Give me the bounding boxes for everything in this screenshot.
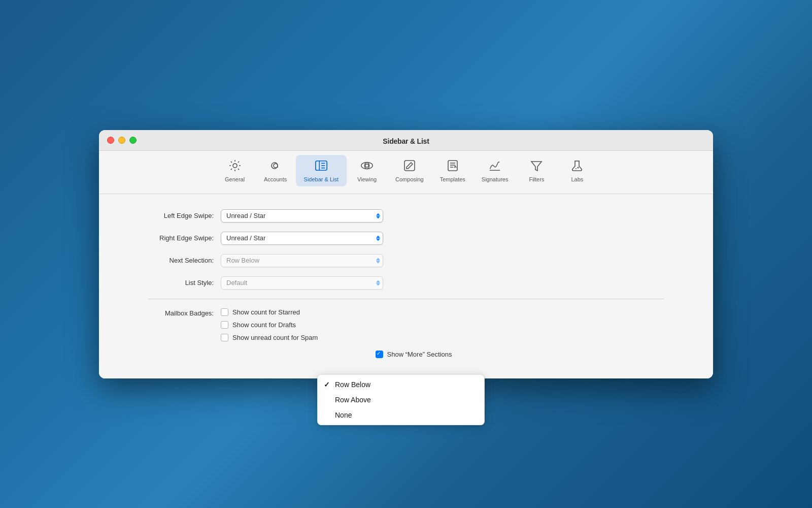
list-style-label: List Style:: [119, 279, 221, 287]
tab-signatures[interactable]: Signatures: [473, 155, 517, 186]
next-selection-label: Next Selection:: [119, 257, 221, 264]
show-unread-spam-row: Show unread count for Spam: [221, 334, 318, 341]
show-more-sections-row: Show “More” Sections: [119, 351, 693, 358]
tab-sidebar-list[interactable]: Sidebar & List: [296, 155, 347, 186]
svg-rect-10: [404, 161, 415, 171]
left-edge-swipe-select[interactable]: Unread / Star: [221, 209, 383, 223]
next-selection-dropdown: ✓ Row Below Row Above None: [317, 374, 485, 425]
tab-signatures-label: Signatures: [482, 176, 509, 182]
show-unread-spam-label: Show unread count for Spam: [232, 334, 318, 341]
right-edge-swipe-select[interactable]: Unread / Star: [221, 232, 383, 245]
svg-point-7: [361, 162, 373, 169]
left-edge-swipe-label: Left Edge Swipe:: [119, 212, 221, 219]
tab-sidebar-list-label: Sidebar & List: [304, 176, 339, 182]
signatures-icon: [488, 159, 501, 174]
svg-point-8: [365, 164, 369, 167]
next-selection-select[interactable]: Row Below: [221, 254, 383, 267]
window-title: Sidebar & List: [383, 137, 429, 145]
show-more-sections-label: Show “More” Sections: [387, 351, 452, 358]
right-edge-swipe-row: Right Edge Swipe: Unread / Star: [119, 232, 693, 245]
tab-templates-label: Templates: [440, 176, 465, 182]
mailbox-badges-label: Mailbox Badges:: [119, 308, 221, 317]
list-style-select-wrapper: Default: [221, 276, 383, 290]
tab-general-label: General: [225, 176, 245, 182]
close-button[interactable]: [107, 137, 114, 144]
next-selection-select-wrapper: Row Below: [221, 254, 383, 267]
left-edge-swipe-select-wrapper: Unread / Star: [221, 209, 383, 223]
mailbox-badges-row: Mailbox Badges: Show count for Starred S…: [119, 308, 693, 341]
badges-checks: Show count for Starred Show count for Dr…: [221, 308, 318, 341]
dropdown-item-row-below[interactable]: ✓ Row Below: [318, 377, 484, 392]
tab-viewing-label: Viewing: [357, 176, 377, 182]
svg-point-18: [576, 168, 577, 169]
dropdown-item-none[interactable]: None: [318, 407, 484, 423]
left-edge-swipe-row: Left Edge Swipe: Unread / Star: [119, 209, 693, 223]
right-edge-swipe-label: Right Edge Swipe:: [119, 234, 221, 242]
maximize-button[interactable]: [129, 137, 137, 144]
show-count-drafts-row: Show count for Drafts: [221, 321, 318, 329]
labs-icon: [570, 159, 584, 174]
show-count-starred-row: Show count for Starred: [221, 308, 318, 316]
main-window: Sidebar & List General Accounts: [99, 130, 713, 378]
divider: [148, 299, 664, 299]
svg-point-17: [578, 167, 579, 168]
show-count-starred-checkbox[interactable]: [221, 308, 228, 316]
checkmark-icon: ✓: [324, 380, 330, 389]
tab-templates[interactable]: Templates: [432, 155, 473, 186]
tab-filters-label: Filters: [529, 176, 544, 182]
next-selection-row: Next Selection: Row Below: [119, 254, 693, 267]
svg-rect-11: [448, 161, 457, 171]
toolbar: General Accounts: [99, 151, 713, 194]
tab-labs-label: Labs: [571, 176, 583, 182]
show-count-drafts-checkbox[interactable]: [221, 321, 228, 329]
list-style-row: List Style: Default: [119, 276, 693, 290]
viewing-icon: [360, 159, 374, 174]
right-edge-swipe-select-wrapper: Unread / Star: [221, 232, 383, 245]
templates-icon: [446, 159, 459, 174]
tab-labs[interactable]: Labs: [557, 155, 597, 186]
content-area: Left Edge Swipe: Unread / Star Right Edg…: [99, 194, 713, 378]
show-unread-spam-checkbox[interactable]: [221, 334, 228, 341]
traffic-lights: [107, 137, 137, 144]
tab-viewing[interactable]: Viewing: [347, 155, 387, 186]
tab-composing[interactable]: Composing: [387, 155, 432, 186]
tab-general[interactable]: General: [215, 155, 255, 186]
tab-accounts[interactable]: Accounts: [255, 155, 296, 186]
tab-composing-label: Composing: [395, 176, 424, 182]
dropdown-item-row-above[interactable]: Row Above: [318, 392, 484, 407]
at-icon: [269, 159, 282, 174]
tab-filters[interactable]: Filters: [516, 155, 557, 186]
show-count-drafts-label: Show count for Drafts: [232, 321, 296, 329]
composing-icon: [403, 159, 416, 174]
svg-point-0: [233, 164, 237, 168]
show-count-starred-label: Show count for Starred: [232, 308, 300, 316]
show-more-sections-checkbox[interactable]: [376, 351, 383, 358]
sidebar-icon: [315, 159, 328, 174]
tab-accounts-label: Accounts: [264, 176, 287, 182]
filters-icon: [530, 159, 543, 174]
list-style-select[interactable]: Default: [221, 276, 383, 290]
minimize-button[interactable]: [118, 137, 125, 144]
gear-icon: [228, 159, 242, 174]
titlebar: Sidebar & List: [99, 130, 713, 151]
